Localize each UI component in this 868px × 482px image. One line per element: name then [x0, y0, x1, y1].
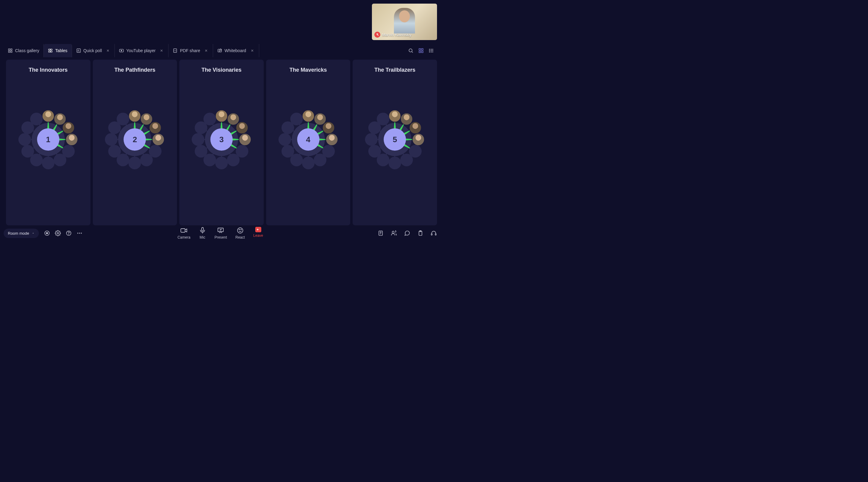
svg-rect-38	[202, 227, 204, 231]
seat-empty[interactable]	[227, 154, 240, 166]
tab-whiteboard[interactable]: Whiteboard	[213, 44, 259, 57]
table-wheel: 4	[280, 109, 337, 170]
table-title: The Mavericks	[290, 67, 327, 73]
tab-label: Quick poll	[84, 48, 102, 53]
search-icon[interactable]	[407, 47, 414, 54]
seat-empty[interactable]	[42, 157, 55, 169]
list-view-icon[interactable]	[428, 47, 435, 54]
seat-empty[interactable]	[389, 157, 401, 169]
seat-avatar[interactable]	[42, 110, 55, 122]
seat-empty[interactable]	[365, 133, 378, 146]
table-card[interactable]: The Trailblazers5	[352, 60, 437, 225]
camera-button[interactable]: Camera	[178, 227, 190, 239]
tab-pdf[interactable]: PDFPDF share	[168, 44, 213, 57]
help-icon[interactable]	[65, 230, 72, 236]
seat-empty[interactable]	[400, 154, 413, 166]
mic-button[interactable]: Mic	[199, 227, 206, 239]
seat-avatar[interactable]	[236, 121, 248, 134]
room-mode-label: Room mode	[8, 231, 29, 235]
table-card[interactable]: The Innovators1	[6, 60, 90, 225]
seat-avatar[interactable]	[215, 110, 228, 122]
seat-avatar[interactable]	[302, 110, 315, 122]
room-mode-toggle[interactable]: Room mode	[4, 229, 39, 238]
seat-empty[interactable]	[22, 145, 34, 158]
svg-rect-1	[10, 49, 12, 50]
chevron-up-icon	[32, 232, 35, 235]
svg-rect-14	[419, 49, 421, 50]
seat-avatar[interactable]	[409, 121, 422, 134]
self-video-label: Marvin Kavinskiy	[374, 32, 412, 38]
table-wheel: 3	[193, 109, 250, 170]
seat-avatar[interactable]	[65, 133, 78, 146]
table-card[interactable]: The Pathfinders2	[93, 60, 177, 225]
table-card[interactable]: The Visionaries3	[179, 60, 264, 225]
seat-avatar[interactable]	[239, 133, 251, 146]
svg-rect-17	[422, 51, 423, 53]
seat-empty[interactable]	[281, 145, 294, 158]
seat-avatar[interactable]	[149, 121, 161, 134]
seat-empty[interactable]	[368, 145, 381, 158]
svg-point-13	[409, 49, 412, 52]
close-icon[interactable]	[204, 48, 209, 53]
leave-button[interactable]: Leave	[253, 227, 263, 238]
seat-empty[interactable]	[30, 113, 43, 125]
seat-avatar[interactable]	[322, 121, 335, 134]
seat-empty[interactable]	[192, 133, 204, 146]
table-card[interactable]: The Mavericks4	[266, 60, 350, 225]
close-icon[interactable]	[250, 48, 255, 53]
table-title: The Innovators	[29, 67, 67, 73]
gear-icon[interactable]	[55, 230, 61, 236]
react-button[interactable]: React	[236, 227, 245, 239]
tab-tables[interactable]: Tables	[44, 44, 72, 57]
present-button[interactable]: Present	[215, 227, 227, 239]
tab-youtube[interactable]: YouTube player	[115, 44, 168, 57]
people-icon[interactable]	[391, 230, 397, 236]
mic-icon	[199, 227, 206, 234]
whiteboard-icon	[217, 48, 222, 53]
seat-empty[interactable]	[314, 154, 327, 166]
tab-quick-poll[interactable]: Quick poll	[72, 44, 115, 57]
seat-empty[interactable]	[278, 133, 291, 146]
svg-rect-6	[49, 51, 50, 52]
self-video-tile[interactable]: Marvin Kavinskiy	[372, 4, 437, 40]
notes-icon[interactable]	[377, 230, 384, 236]
close-icon[interactable]	[105, 48, 110, 53]
seat-avatar[interactable]	[412, 133, 425, 146]
svg-rect-3	[10, 51, 12, 53]
svg-rect-47	[431, 234, 432, 235]
headset-icon[interactable]	[430, 230, 437, 236]
svg-point-33	[68, 234, 69, 235]
table-number: 5	[384, 128, 406, 151]
leave-label: Leave	[253, 233, 263, 238]
grid-view-icon[interactable]	[418, 47, 424, 54]
more-icon[interactable]	[76, 230, 83, 236]
svg-text:PDF: PDF	[174, 50, 177, 52]
record-icon[interactable]	[44, 230, 50, 236]
table-title: The Trailblazers	[374, 67, 415, 73]
chat-icon[interactable]	[404, 230, 410, 236]
table-wheel: 5	[366, 109, 424, 170]
tab-class-gallery[interactable]: Class gallery	[4, 44, 44, 57]
smile-icon	[237, 227, 244, 234]
seat-avatar[interactable]	[326, 133, 338, 146]
bottom-bar: Room mode Camera Mic	[0, 225, 441, 241]
poll-icon	[76, 48, 81, 53]
seat-avatar[interactable]	[389, 110, 401, 122]
close-icon[interactable]	[159, 48, 164, 53]
svg-rect-16	[419, 51, 421, 53]
tab-label: PDF share	[180, 48, 200, 53]
svg-point-23	[429, 52, 430, 53]
seat-empty[interactable]	[108, 145, 121, 158]
svg-point-21	[429, 49, 430, 50]
seat-empty[interactable]	[302, 157, 315, 169]
seat-empty[interactable]	[290, 113, 303, 125]
table-wheel: 2	[106, 109, 163, 170]
tab-label: Whiteboard	[224, 48, 246, 53]
clipboard-icon[interactable]	[417, 230, 424, 236]
seat-empty[interactable]	[215, 157, 228, 169]
seat-empty[interactable]	[19, 133, 31, 146]
seat-empty[interactable]	[140, 154, 153, 166]
svg-rect-4	[49, 49, 50, 50]
seat-empty[interactable]	[54, 154, 66, 166]
table-number: 1	[37, 128, 59, 151]
